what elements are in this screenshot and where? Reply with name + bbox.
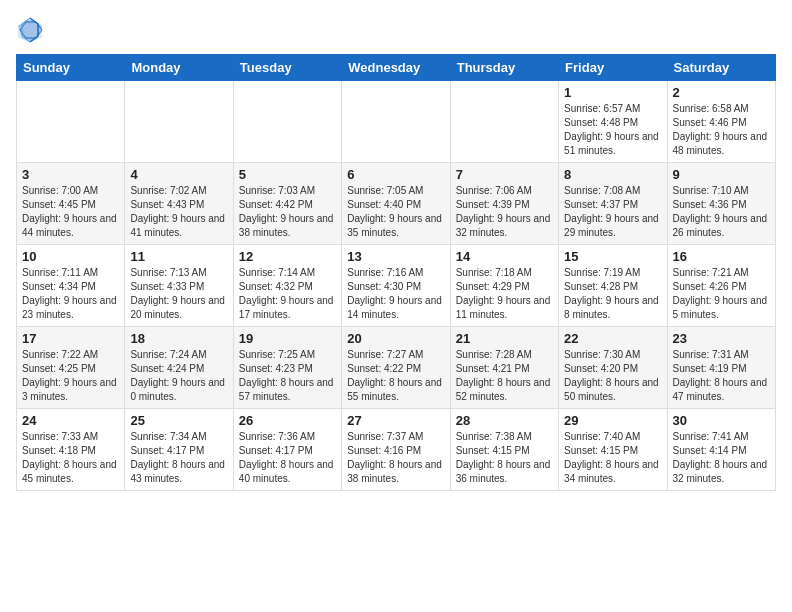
calendar-cell: 7Sunrise: 7:06 AM Sunset: 4:39 PM Daylig… — [450, 163, 558, 245]
day-number: 2 — [673, 85, 770, 100]
logo-icon — [16, 16, 44, 44]
day-number: 5 — [239, 167, 336, 182]
calendar-cell — [17, 81, 125, 163]
calendar-cell: 25Sunrise: 7:34 AM Sunset: 4:17 PM Dayli… — [125, 409, 233, 491]
day-number: 20 — [347, 331, 444, 346]
page-container: SundayMondayTuesdayWednesdayThursdayFrid… — [0, 0, 792, 499]
calendar-cell — [125, 81, 233, 163]
day-info: Sunrise: 7:10 AM Sunset: 4:36 PM Dayligh… — [673, 184, 770, 240]
day-number: 27 — [347, 413, 444, 428]
weekday-header-wednesday: Wednesday — [342, 55, 450, 81]
calendar-cell: 16Sunrise: 7:21 AM Sunset: 4:26 PM Dayli… — [667, 245, 775, 327]
calendar-cell: 20Sunrise: 7:27 AM Sunset: 4:22 PM Dayli… — [342, 327, 450, 409]
day-info: Sunrise: 6:57 AM Sunset: 4:48 PM Dayligh… — [564, 102, 661, 158]
calendar: SundayMondayTuesdayWednesdayThursdayFrid… — [16, 54, 776, 491]
week-row-4: 17Sunrise: 7:22 AM Sunset: 4:25 PM Dayli… — [17, 327, 776, 409]
day-number: 13 — [347, 249, 444, 264]
calendar-cell: 3Sunrise: 7:00 AM Sunset: 4:45 PM Daylig… — [17, 163, 125, 245]
calendar-cell — [233, 81, 341, 163]
day-number: 26 — [239, 413, 336, 428]
calendar-cell: 6Sunrise: 7:05 AM Sunset: 4:40 PM Daylig… — [342, 163, 450, 245]
day-info: Sunrise: 7:37 AM Sunset: 4:16 PM Dayligh… — [347, 430, 444, 486]
weekday-header-sunday: Sunday — [17, 55, 125, 81]
day-info: Sunrise: 7:21 AM Sunset: 4:26 PM Dayligh… — [673, 266, 770, 322]
day-info: Sunrise: 7:28 AM Sunset: 4:21 PM Dayligh… — [456, 348, 553, 404]
calendar-cell: 24Sunrise: 7:33 AM Sunset: 4:18 PM Dayli… — [17, 409, 125, 491]
day-info: Sunrise: 7:16 AM Sunset: 4:30 PM Dayligh… — [347, 266, 444, 322]
calendar-cell — [450, 81, 558, 163]
calendar-cell: 22Sunrise: 7:30 AM Sunset: 4:20 PM Dayli… — [559, 327, 667, 409]
day-number: 4 — [130, 167, 227, 182]
calendar-cell: 14Sunrise: 7:18 AM Sunset: 4:29 PM Dayli… — [450, 245, 558, 327]
calendar-cell: 23Sunrise: 7:31 AM Sunset: 4:19 PM Dayli… — [667, 327, 775, 409]
calendar-cell: 29Sunrise: 7:40 AM Sunset: 4:15 PM Dayli… — [559, 409, 667, 491]
day-number: 22 — [564, 331, 661, 346]
day-info: Sunrise: 7:13 AM Sunset: 4:33 PM Dayligh… — [130, 266, 227, 322]
day-number: 8 — [564, 167, 661, 182]
day-info: Sunrise: 7:41 AM Sunset: 4:14 PM Dayligh… — [673, 430, 770, 486]
day-info: Sunrise: 7:30 AM Sunset: 4:20 PM Dayligh… — [564, 348, 661, 404]
day-number: 21 — [456, 331, 553, 346]
day-info: Sunrise: 7:22 AM Sunset: 4:25 PM Dayligh… — [22, 348, 119, 404]
day-info: Sunrise: 7:24 AM Sunset: 4:24 PM Dayligh… — [130, 348, 227, 404]
day-number: 18 — [130, 331, 227, 346]
day-number: 19 — [239, 331, 336, 346]
day-info: Sunrise: 7:36 AM Sunset: 4:17 PM Dayligh… — [239, 430, 336, 486]
day-number: 24 — [22, 413, 119, 428]
calendar-cell: 19Sunrise: 7:25 AM Sunset: 4:23 PM Dayli… — [233, 327, 341, 409]
header — [16, 16, 776, 44]
day-number: 25 — [130, 413, 227, 428]
calendar-cell: 15Sunrise: 7:19 AM Sunset: 4:28 PM Dayli… — [559, 245, 667, 327]
day-number: 30 — [673, 413, 770, 428]
day-number: 29 — [564, 413, 661, 428]
calendar-cell: 2Sunrise: 6:58 AM Sunset: 4:46 PM Daylig… — [667, 81, 775, 163]
day-info: Sunrise: 7:06 AM Sunset: 4:39 PM Dayligh… — [456, 184, 553, 240]
calendar-cell: 28Sunrise: 7:38 AM Sunset: 4:15 PM Dayli… — [450, 409, 558, 491]
calendar-cell: 1Sunrise: 6:57 AM Sunset: 4:48 PM Daylig… — [559, 81, 667, 163]
day-info: Sunrise: 7:34 AM Sunset: 4:17 PM Dayligh… — [130, 430, 227, 486]
day-info: Sunrise: 7:11 AM Sunset: 4:34 PM Dayligh… — [22, 266, 119, 322]
day-number: 1 — [564, 85, 661, 100]
calendar-cell: 13Sunrise: 7:16 AM Sunset: 4:30 PM Dayli… — [342, 245, 450, 327]
calendar-cell: 21Sunrise: 7:28 AM Sunset: 4:21 PM Dayli… — [450, 327, 558, 409]
day-info: Sunrise: 7:08 AM Sunset: 4:37 PM Dayligh… — [564, 184, 661, 240]
calendar-cell: 27Sunrise: 7:37 AM Sunset: 4:16 PM Dayli… — [342, 409, 450, 491]
day-number: 16 — [673, 249, 770, 264]
weekday-header-row: SundayMondayTuesdayWednesdayThursdayFrid… — [17, 55, 776, 81]
day-info: Sunrise: 7:25 AM Sunset: 4:23 PM Dayligh… — [239, 348, 336, 404]
day-number: 14 — [456, 249, 553, 264]
day-info: Sunrise: 7:18 AM Sunset: 4:29 PM Dayligh… — [456, 266, 553, 322]
calendar-cell: 10Sunrise: 7:11 AM Sunset: 4:34 PM Dayli… — [17, 245, 125, 327]
week-row-3: 10Sunrise: 7:11 AM Sunset: 4:34 PM Dayli… — [17, 245, 776, 327]
weekday-header-tuesday: Tuesday — [233, 55, 341, 81]
day-info: Sunrise: 7:27 AM Sunset: 4:22 PM Dayligh… — [347, 348, 444, 404]
day-number: 28 — [456, 413, 553, 428]
week-row-1: 1Sunrise: 6:57 AM Sunset: 4:48 PM Daylig… — [17, 81, 776, 163]
weekday-header-saturday: Saturday — [667, 55, 775, 81]
day-info: Sunrise: 7:38 AM Sunset: 4:15 PM Dayligh… — [456, 430, 553, 486]
day-info: Sunrise: 7:19 AM Sunset: 4:28 PM Dayligh… — [564, 266, 661, 322]
day-number: 10 — [22, 249, 119, 264]
calendar-cell: 12Sunrise: 7:14 AM Sunset: 4:32 PM Dayli… — [233, 245, 341, 327]
day-info: Sunrise: 7:33 AM Sunset: 4:18 PM Dayligh… — [22, 430, 119, 486]
weekday-header-friday: Friday — [559, 55, 667, 81]
calendar-cell: 9Sunrise: 7:10 AM Sunset: 4:36 PM Daylig… — [667, 163, 775, 245]
day-info: Sunrise: 7:31 AM Sunset: 4:19 PM Dayligh… — [673, 348, 770, 404]
weekday-header-monday: Monday — [125, 55, 233, 81]
day-number: 23 — [673, 331, 770, 346]
day-number: 3 — [22, 167, 119, 182]
calendar-cell: 30Sunrise: 7:41 AM Sunset: 4:14 PM Dayli… — [667, 409, 775, 491]
day-number: 11 — [130, 249, 227, 264]
calendar-cell: 5Sunrise: 7:03 AM Sunset: 4:42 PM Daylig… — [233, 163, 341, 245]
calendar-cell: 8Sunrise: 7:08 AM Sunset: 4:37 PM Daylig… — [559, 163, 667, 245]
day-info: Sunrise: 7:00 AM Sunset: 4:45 PM Dayligh… — [22, 184, 119, 240]
calendar-cell: 18Sunrise: 7:24 AM Sunset: 4:24 PM Dayli… — [125, 327, 233, 409]
weekday-header-thursday: Thursday — [450, 55, 558, 81]
calendar-cell: 17Sunrise: 7:22 AM Sunset: 4:25 PM Dayli… — [17, 327, 125, 409]
day-info: Sunrise: 7:02 AM Sunset: 4:43 PM Dayligh… — [130, 184, 227, 240]
day-info: Sunrise: 7:14 AM Sunset: 4:32 PM Dayligh… — [239, 266, 336, 322]
calendar-cell: 26Sunrise: 7:36 AM Sunset: 4:17 PM Dayli… — [233, 409, 341, 491]
day-info: Sunrise: 7:05 AM Sunset: 4:40 PM Dayligh… — [347, 184, 444, 240]
week-row-2: 3Sunrise: 7:00 AM Sunset: 4:45 PM Daylig… — [17, 163, 776, 245]
day-number: 17 — [22, 331, 119, 346]
